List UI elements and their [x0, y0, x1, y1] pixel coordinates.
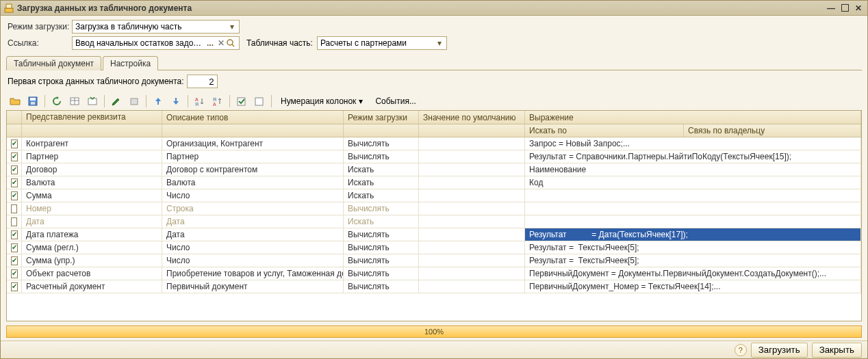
header-rz[interactable]: Режим загрузки: [344, 111, 419, 124]
open-folder-icon[interactable]: [8, 94, 23, 109]
checkbox-icon[interactable]: [11, 269, 18, 278]
cell-rep[interactable]: Договор: [22, 163, 162, 176]
cell-rep[interactable]: Номер: [22, 202, 162, 215]
table-row[interactable]: СуммаЧислоИскать: [7, 189, 861, 202]
header-check[interactable]: [7, 111, 22, 124]
table-row[interactable]: ДатаДатаИскать: [7, 215, 861, 228]
row-checkbox-cell[interactable]: [7, 202, 22, 215]
cell-typ[interactable]: Строка: [162, 202, 344, 215]
cell-def[interactable]: [419, 241, 525, 254]
cell-def[interactable]: [419, 228, 525, 241]
chevron-down-icon[interactable]: ▾: [227, 22, 238, 31]
checkbox-icon[interactable]: [11, 191, 18, 200]
cell-expr[interactable]: Запрос = Новый Запрос;...: [525, 137, 861, 150]
checkbox-icon[interactable]: [11, 217, 17, 226]
table-row[interactable]: Расчетный документПервичный документВычи…: [7, 280, 861, 293]
cell-rep[interactable]: Дата платежа: [22, 228, 162, 241]
cell-expr[interactable]: ПервичныйДокумент_Номер = ТекстыЯчеек[14…: [525, 280, 861, 293]
checkbox-icon[interactable]: [11, 152, 18, 161]
table-row[interactable]: КонтрагентОрганизация, КонтрагентВычисля…: [7, 137, 861, 150]
numbering-button[interactable]: Нумерация колонок ▾: [276, 94, 368, 109]
row-checkbox-cell[interactable]: [7, 189, 22, 202]
mode-combo[interactable]: Загрузка в табличную часть ▾: [72, 20, 240, 34]
checkbox-icon[interactable]: [11, 256, 18, 265]
cell-typ[interactable]: Первичный документ: [162, 280, 344, 293]
cell-rz[interactable]: Вычислять: [344, 267, 419, 280]
table-row[interactable]: Объект расчетовПриобретение товаров и ус…: [7, 267, 861, 280]
checkbox-icon[interactable]: [11, 178, 18, 187]
cell-rz[interactable]: Вычислять: [344, 280, 419, 293]
cell-typ[interactable]: Число: [162, 189, 344, 202]
cell-def[interactable]: [419, 267, 525, 280]
minimize-button[interactable]: —: [825, 3, 837, 14]
header-own[interactable]: Связь по владельцу: [684, 124, 861, 137]
cell-typ[interactable]: Дата: [162, 215, 344, 228]
cell-rep[interactable]: Объект расчетов: [22, 267, 162, 280]
chevron-down-icon[interactable]: ▾: [434, 38, 445, 48]
cell-typ[interactable]: Организация, Контрагент: [162, 137, 344, 150]
row-checkbox-cell[interactable]: [7, 150, 22, 163]
checkbox-icon[interactable]: [11, 204, 17, 213]
checkbox-icon[interactable]: [11, 282, 18, 291]
cell-def[interactable]: [419, 163, 525, 176]
row-checkbox-cell[interactable]: [7, 254, 22, 267]
help-button[interactable]: ?: [735, 344, 747, 356]
checkbox-icon[interactable]: [11, 243, 18, 252]
arrow-down-icon[interactable]: [168, 94, 183, 109]
events-button[interactable]: События...: [370, 94, 421, 109]
row-checkbox-cell[interactable]: [7, 176, 22, 189]
cell-expr[interactable]: ПервичныйДокумент = Документы.ПервичныйД…: [525, 267, 861, 280]
table-row[interactable]: ПартнерПартнерВычислятьРезультат = Справ…: [7, 150, 861, 163]
cell-typ[interactable]: Приобретение товаров и услуг, Таможенная…: [162, 267, 344, 280]
maximize-button[interactable]: [839, 3, 851, 14]
cell-rep[interactable]: Контрагент: [22, 137, 162, 150]
cell-def[interactable]: [419, 189, 525, 202]
refresh-icon[interactable]: [49, 94, 64, 109]
row-checkbox-cell[interactable]: [7, 215, 22, 228]
cell-expr[interactable]: Наименование: [525, 163, 861, 176]
load-button[interactable]: Загрузить: [751, 343, 808, 358]
cell-typ[interactable]: Дата: [162, 228, 344, 241]
cell-def[interactable]: [419, 215, 525, 228]
cell-def[interactable]: [419, 176, 525, 189]
row-checkbox-cell[interactable]: [7, 241, 22, 254]
checkbox-icon[interactable]: [11, 165, 18, 174]
cell-rz[interactable]: Искать: [344, 176, 419, 189]
row-checkbox-cell[interactable]: [7, 163, 22, 176]
cell-def[interactable]: [419, 137, 525, 150]
ref-input[interactable]: Ввод начальных остатков задолженно ... ✕: [72, 36, 240, 50]
header-def[interactable]: Значение по умолчанию: [419, 111, 525, 124]
close-button[interactable]: ✕: [852, 3, 865, 14]
header-expr[interactable]: Выражение: [525, 111, 861, 124]
table-row[interactable]: ВалютаВалютаИскатьКод: [7, 176, 861, 189]
cell-rz[interactable]: Искать: [344, 189, 419, 202]
row-checkbox-cell[interactable]: [7, 267, 22, 280]
table-icon[interactable]: [67, 94, 82, 109]
tab-settings[interactable]: Настройка: [103, 56, 158, 70]
save-icon[interactable]: [25, 94, 40, 109]
cell-rep[interactable]: Сумма: [22, 189, 162, 202]
cell-rz[interactable]: Вычислять: [344, 241, 419, 254]
cell-rep[interactable]: Валюта: [22, 176, 162, 189]
cell-rep[interactable]: Дата: [22, 215, 162, 228]
ref-ellipsis-button[interactable]: ...: [205, 38, 216, 48]
edit-icon[interactable]: [109, 94, 124, 109]
ref-clear-button[interactable]: ✕: [216, 38, 227, 48]
row-checkbox-cell[interactable]: [7, 280, 22, 293]
table-row[interactable]: НомерСтрокаВычислять: [7, 202, 861, 215]
table-row[interactable]: Сумма (упр.)ЧислоВычислятьРезультат = Те…: [7, 254, 861, 267]
table-row[interactable]: ДоговорДоговор с контрагентомИскатьНаиме…: [7, 163, 861, 176]
cell-def[interactable]: [419, 202, 525, 215]
cell-rz[interactable]: Вычислять: [344, 228, 419, 241]
uncheck-all-icon[interactable]: [252, 94, 267, 109]
check-all-icon[interactable]: [234, 94, 249, 109]
sort-za-icon[interactable]: ЯА: [210, 94, 225, 109]
first-row-input[interactable]: [187, 75, 218, 88]
cell-expr[interactable]: Результат = Справочники.Партнеры.НайтиПо…: [525, 150, 861, 163]
cell-rep[interactable]: Сумма (упр.): [22, 254, 162, 267]
tab-document[interactable]: Табличный документ: [6, 56, 101, 70]
cell-rep[interactable]: Партнер: [22, 150, 162, 163]
sort-az-icon[interactable]: АЯ: [192, 94, 207, 109]
cell-expr[interactable]: Результат = Дата(ТекстыЯчеек[17]);: [525, 228, 861, 241]
cell-expr[interactable]: [525, 189, 861, 202]
